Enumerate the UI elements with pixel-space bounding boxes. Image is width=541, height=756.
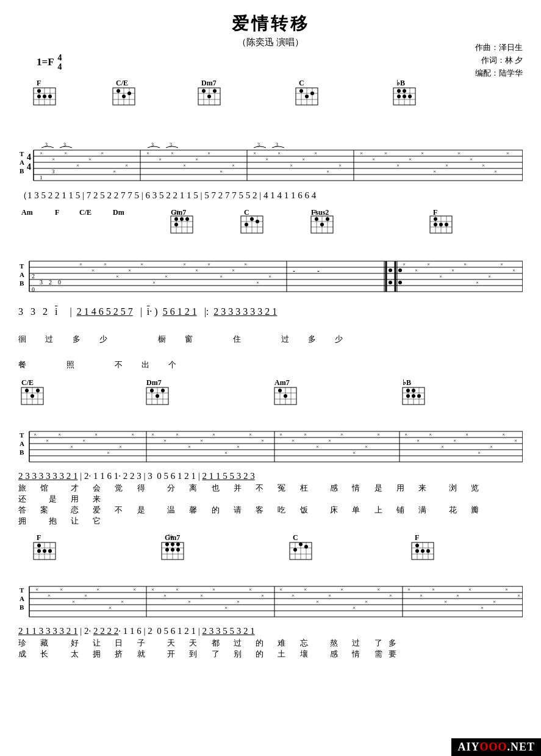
svg-point-331 (176, 542, 180, 546)
svg-point-131 (180, 217, 184, 221)
watermark: AIYOOO.NET (451, 738, 541, 756)
svg-text:×: × (152, 279, 156, 286)
svg-point-330 (171, 542, 174, 546)
svg-text:×: × (261, 592, 264, 599)
svg-point-253 (406, 394, 410, 398)
svg-text:4: 4 (27, 153, 31, 162)
svg-text:×: × (292, 592, 295, 599)
svg-text:×: × (290, 162, 293, 168)
svg-text:×: × (377, 431, 380, 437)
svg-text:×: × (52, 156, 55, 162)
svg-point-255 (417, 394, 421, 398)
svg-text:×: × (220, 273, 223, 279)
svg-point-21 (116, 89, 120, 93)
svg-point-50 (397, 95, 401, 98)
svg-text:×: × (224, 450, 228, 456)
svg-text:×: × (372, 156, 375, 162)
svg-text:×: × (165, 273, 168, 279)
svg-text:×: × (482, 162, 485, 168)
svg-text:×: × (279, 586, 282, 592)
svg-text:×: × (365, 599, 368, 605)
svg-text:×: × (340, 586, 343, 592)
svg-point-151 (320, 223, 324, 226)
svg-text:×: × (256, 279, 259, 286)
svg-text:×: × (429, 431, 432, 437)
svg-text:C: C (299, 79, 304, 87)
svg-text:×: × (34, 431, 37, 437)
svg-text:C/E: C/E (116, 79, 128, 87)
svg-text:F: F (433, 208, 437, 217)
svg-text:×: × (207, 261, 210, 267)
svg-point-234 (150, 389, 154, 392)
svg-text:×: × (244, 261, 247, 267)
svg-text:F: F (37, 533, 41, 542)
svg-text:×: × (384, 150, 387, 156)
svg-text:×: × (183, 162, 186, 168)
subtitle: （陈奕迅 演唱） (18, 37, 523, 48)
svg-text:×: × (505, 586, 508, 592)
svg-text:×: × (407, 586, 410, 592)
svg-point-319 (37, 544, 41, 547)
svg-point-235 (161, 389, 165, 392)
svg-text:2: 2 (49, 279, 52, 286)
svg-text:×: × (212, 586, 215, 592)
credits: 作曲：泽日生 作词：林 夕 编配：陆学华 (475, 41, 523, 79)
intro-notation: （1 3 5 2 2 1 1 5 | 7 2 5 2 2 7 7 5 | 6 3… (18, 190, 523, 201)
svg-text:×: × (200, 592, 203, 599)
svg-text:-: - (293, 267, 295, 275)
svg-point-226 (36, 389, 40, 392)
section-4: F Gm7 5fr C F (18, 531, 523, 621)
svg-text:Dm7: Dm7 (201, 79, 217, 87)
svg-text:×: × (163, 437, 167, 444)
svg-text:2: 2 (32, 273, 35, 279)
svg-text:×: × (125, 162, 128, 168)
svg-point-244 (284, 394, 287, 398)
svg-text:3: 3 (45, 142, 48, 148)
svg-point-52 (408, 95, 412, 98)
svg-text:×: × (279, 431, 282, 437)
svg-text:×: × (159, 156, 162, 162)
svg-text:3: 3 (170, 142, 172, 148)
svg-text:×: × (493, 599, 496, 605)
svg-text:×: × (470, 156, 473, 162)
verse1-notation: 3 3 2 i | 2 1 4 6 5 2 5 7 | i· ) 5 6 1 2… (18, 304, 523, 372)
svg-text:×: × (339, 162, 342, 168)
svg-text:C: C (293, 533, 298, 542)
svg-text:×: × (151, 586, 154, 592)
svg-text:×: × (444, 599, 447, 605)
svg-text:×: × (328, 592, 331, 599)
svg-text:×: × (237, 599, 240, 605)
svg-text:×: × (314, 150, 317, 156)
section-3: C/E Dm7 Am7 ♭B (18, 376, 523, 466)
time-numerator: 4 (58, 53, 62, 62)
svg-text:×: × (113, 168, 116, 175)
svg-text:×: × (176, 431, 179, 437)
svg-text:B: B (20, 167, 24, 175)
svg-text:A: A (20, 440, 24, 447)
svg-point-48 (397, 89, 401, 93)
composer-credit: 作曲：泽日生 (475, 41, 523, 54)
svg-point-180 (398, 281, 402, 284)
svg-point-252 (412, 389, 415, 392)
svg-text:1: 1 (40, 175, 43, 181)
svg-text:3: 3 (40, 279, 43, 286)
section-2: Am F C/E Dm Gm7 C Fsus2 F 3fr 4 (18, 206, 523, 299)
svg-point-133 (174, 223, 178, 226)
svg-text:×: × (133, 586, 136, 592)
svg-point-321 (37, 549, 41, 553)
svg-text:×: × (140, 261, 143, 267)
svg-text:Am7: Am7 (274, 378, 290, 387)
svg-text:×: × (220, 168, 223, 175)
svg-text:×: × (417, 437, 420, 444)
svg-point-12 (43, 95, 46, 98)
svg-text:×: × (453, 437, 456, 444)
svg-text:×: × (96, 586, 99, 592)
svg-text:3: 3 (276, 142, 278, 148)
verse2-notation: 2 3 3 3 3 3 3 2 1 | 2· 1 1 6 1· 2 2 3 | … (18, 471, 523, 527)
svg-text:3: 3 (257, 142, 260, 148)
svg-text:T: T (20, 150, 24, 157)
svg-text:0: 0 (32, 286, 35, 293)
main-title: 爱情转移 (18, 12, 523, 35)
svg-point-225 (25, 389, 29, 392)
svg-text:×: × (451, 267, 454, 273)
